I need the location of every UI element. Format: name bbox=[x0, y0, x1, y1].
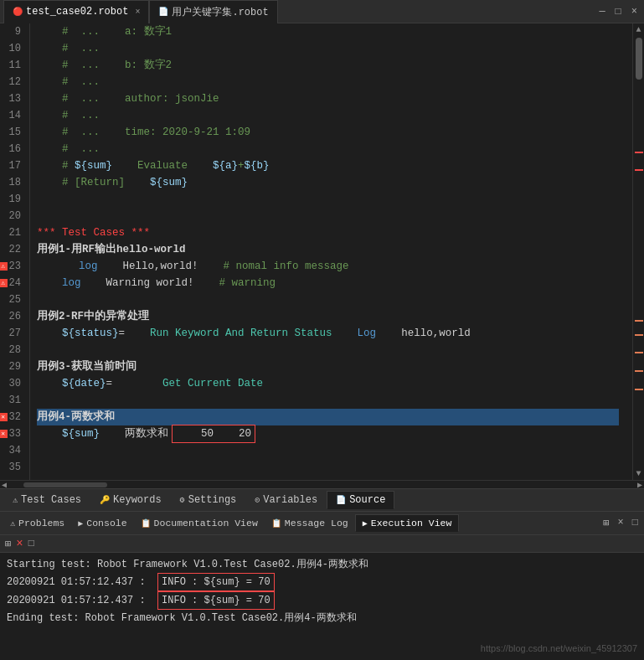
code-line-25 bbox=[37, 291, 619, 308]
ctab-doc-view[interactable]: 📋 Documentation View bbox=[134, 515, 265, 531]
tab-test-case02[interactable]: 🔴 test_case02.robot × bbox=[3, 0, 149, 23]
sum-args-box: 50 20 bbox=[172, 425, 255, 443]
ctab-problems[interactable]: ⚠ Problems bbox=[3, 515, 71, 531]
btab-settings[interactable]: ⚙ Settings bbox=[171, 491, 246, 509]
code-line-16: # ... bbox=[37, 141, 619, 157]
vertical-scrollbar[interactable]: ▲ ▼ bbox=[632, 23, 644, 480]
maximize-btn[interactable]: □ bbox=[612, 6, 625, 18]
ctab-exec-icon: ▶ bbox=[363, 518, 368, 529]
ln-27: 27 bbox=[0, 325, 26, 342]
tab-error-icon: 🔴 bbox=[13, 7, 23, 17]
ln-16: 16 bbox=[0, 141, 26, 157]
tab-bar-top: 🔴 test_case02.robot × 📄 用户关键字集.robot — □… bbox=[0, 0, 644, 23]
code-line-17: # ${sum} Evaluate ${a}+${b} bbox=[37, 157, 619, 174]
btab-test-cases[interactable]: ⚠ Test Cases bbox=[3, 491, 90, 509]
btab-label-settings: Settings bbox=[188, 494, 237, 506]
scroll-mark-1 bbox=[635, 152, 643, 153]
console-line-1: Starting test: Robot Framework V1.0.Test… bbox=[7, 556, 637, 573]
ctab-label-msglog: Message Log bbox=[285, 518, 348, 529]
ctab-label-exec: Execution View bbox=[371, 518, 452, 529]
btab-gear-icon: ⚙ bbox=[180, 495, 185, 505]
ctab-label-console: Console bbox=[86, 518, 126, 529]
console-line-3: 20200921 01:57:12.437 : INFO : ${sum} = … bbox=[7, 591, 637, 610]
code-line-32: 用例4-两数求和 bbox=[37, 409, 619, 425]
btab-variables[interactable]: ⊙ Variables bbox=[245, 491, 327, 509]
ln-11: 11 bbox=[0, 57, 26, 74]
h-scroll-thumb[interactable] bbox=[23, 482, 107, 487]
ln-33: ✕ 33 bbox=[0, 425, 26, 442]
scroll-mark-2 bbox=[635, 169, 643, 171]
btab-key-icon: 🔑 bbox=[100, 495, 110, 505]
ln-10: 10 bbox=[0, 40, 26, 57]
console-close-btn[interactable]: × bbox=[616, 517, 626, 529]
h-scroll-right[interactable]: ▶ bbox=[637, 480, 642, 490]
code-line-27: ${status}= Run Keyword And Return Status… bbox=[37, 325, 619, 342]
ln-20: 20 bbox=[0, 208, 26, 224]
scroll-thumb[interactable] bbox=[636, 38, 642, 80]
scroll-mark-4 bbox=[635, 334, 643, 336]
ctab-msg-icon: 📋 bbox=[271, 518, 281, 529]
scroll-up-arrow[interactable]: ▲ bbox=[634, 23, 642, 36]
ctab-label-problems: Problems bbox=[18, 518, 64, 529]
minimize-btn[interactable]: — bbox=[595, 6, 608, 18]
code-line-31 bbox=[37, 392, 619, 409]
console-tab-bar: ⚠ Problems ▶ Console 📋 Documentation Vie… bbox=[0, 512, 644, 535]
console-controls: ⊞ × □ bbox=[600, 517, 641, 529]
ln-29: 29 bbox=[0, 358, 26, 375]
tab-controls: — □ × bbox=[595, 6, 641, 18]
ln-31: 31 bbox=[0, 392, 26, 409]
code-line-14: # ... bbox=[37, 107, 619, 124]
ln-25: 25 bbox=[0, 291, 26, 308]
code-line-23: log Hello,world! # nomal info message bbox=[37, 258, 619, 275]
tab-close-1[interactable]: × bbox=[135, 8, 140, 17]
console-grid-btn[interactable]: ⊞ bbox=[600, 517, 611, 529]
ctab-console[interactable]: ▶ Console bbox=[71, 515, 133, 531]
ln-14: 14 bbox=[0, 107, 26, 124]
close-btn[interactable]: × bbox=[628, 6, 641, 18]
h-scroll-left[interactable]: ◀ bbox=[2, 480, 7, 490]
console-tool-icon-1[interactable]: ⊞ bbox=[5, 538, 11, 550]
btab-source[interactable]: 📄 Source bbox=[327, 491, 394, 509]
info-box-1: INFO : ${sum} = 70 bbox=[157, 573, 275, 591]
info-box-2: INFO : ${sum} = 70 bbox=[157, 591, 275, 610]
code-line-26: 用例2-RF中的异常处理 bbox=[37, 308, 619, 325]
code-line-19 bbox=[37, 191, 619, 208]
code-line-22: 用例1-用RF输出hello-world bbox=[37, 241, 619, 258]
code-content[interactable]: # ... a: 数字1 # ... # ... b: 数字2 # ... # … bbox=[30, 23, 632, 480]
horizontal-scrollbar[interactable]: ◀ ▶ bbox=[0, 480, 644, 488]
btab-keywords[interactable]: 🔑 Keywords bbox=[90, 491, 171, 509]
console-min-btn[interactable]: □ bbox=[630, 517, 641, 529]
code-line-21: *** Test Cases *** bbox=[37, 224, 619, 241]
console-tool-icon-2[interactable]: × bbox=[16, 537, 23, 550]
code-line-20 bbox=[37, 208, 619, 224]
editor-bottom-tab-bar: ⚠ Test Cases 🔑 Keywords ⚙ Settings ⊙ Var… bbox=[0, 488, 644, 512]
ln-15: 15 bbox=[0, 124, 26, 141]
btab-label-test-cases: Test Cases bbox=[21, 494, 81, 506]
ln-35: 35 bbox=[0, 459, 26, 476]
tab-yonghu[interactable]: 📄 用户关键字集.robot bbox=[149, 0, 277, 23]
ctab-execution-view[interactable]: ▶ Execution View bbox=[355, 514, 460, 532]
ln-12: 12 bbox=[0, 74, 26, 90]
ctab-console-icon: ▶ bbox=[78, 518, 83, 529]
code-line-29: 用例3-获取当前时间 bbox=[37, 358, 619, 375]
ln-24: ⚠ 24 bbox=[0, 275, 26, 291]
scroll-down-arrow[interactable]: ▼ bbox=[634, 467, 642, 480]
console-tool-icon-3[interactable]: □ bbox=[28, 538, 34, 549]
error-icon-32: ✕ bbox=[0, 413, 8, 421]
code-line-35 bbox=[37, 459, 619, 476]
code-line-18: # [Return] ${sum} bbox=[37, 174, 619, 191]
btab-warning-icon-1: ⚠ bbox=[13, 495, 18, 505]
ln-28: 28 bbox=[0, 342, 26, 358]
console-output: Starting test: Robot Framework V1.0.Test… bbox=[0, 553, 644, 660]
console-line-4: Ending test: Robot Framework V1.0.Test C… bbox=[7, 610, 637, 626]
code-line-34 bbox=[37, 442, 619, 459]
scroll-mark-5 bbox=[635, 352, 643, 353]
line-numbers: 9 10 11 12 13 14 15 16 17 18 19 20 21 22… bbox=[0, 23, 30, 480]
ln-13: 13 bbox=[0, 90, 26, 107]
ctab-message-log[interactable]: 📋 Message Log bbox=[265, 515, 355, 531]
error-icon-24: ⚠ bbox=[0, 279, 8, 287]
error-icon-33: ✕ bbox=[0, 430, 8, 438]
ctab-problems-icon: ⚠ bbox=[10, 518, 15, 529]
ctab-label-doc: Documentation View bbox=[154, 518, 258, 529]
code-line-30: ${date}= Get Current Date bbox=[37, 375, 619, 392]
